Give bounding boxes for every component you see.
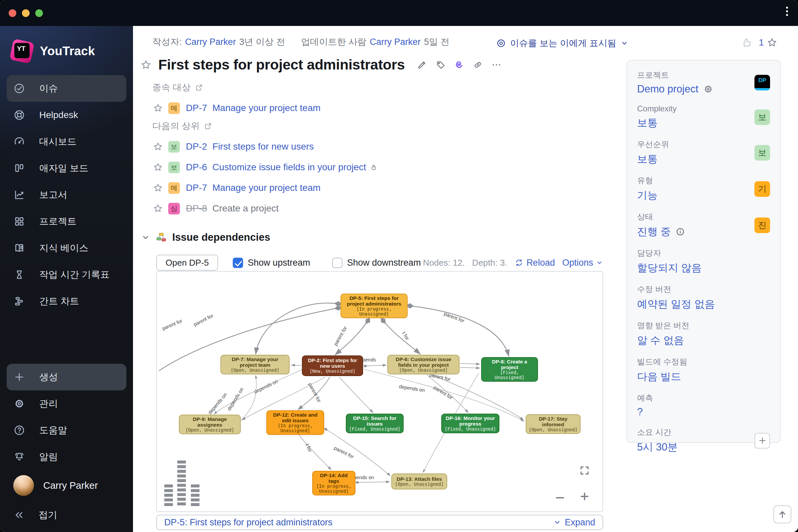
- star-icon[interactable]: [152, 182, 164, 193]
- sidebar-collapse-button[interactable]: 접기: [7, 501, 126, 529]
- sidebar-item-create[interactable]: 생성: [7, 364, 126, 391]
- collapse-label: 접기: [39, 509, 57, 521]
- sidebar-item-projects[interactable]: 프로젝트: [7, 208, 126, 235]
- minimap-bar: [177, 484, 186, 487]
- sidebar-item-issues[interactable]: 이슈: [7, 75, 126, 102]
- zoom-in-icon[interactable]: [578, 491, 590, 504]
- tag-icon[interactable]: [435, 59, 446, 71]
- field-affected-versions: 영향 받은 버전알 수 없음: [637, 320, 770, 347]
- minimap-bar: [191, 503, 200, 506]
- plus-icon: [13, 371, 25, 383]
- ai-assistant-icon[interactable]: [454, 59, 465, 71]
- graph-node-DP-16[interactable]: DP-16: Monitor your progress[Fixed, Unas…: [441, 414, 499, 433]
- sidebar-item-helpdesk[interactable]: Helpdesk: [7, 102, 126, 128]
- sidebar-item-help[interactable]: 도움말: [7, 417, 126, 443]
- star-icon[interactable]: [152, 203, 164, 214]
- sidebar-item-agile-boards[interactable]: 애자일 보드: [7, 155, 126, 182]
- field-label: 유형: [637, 175, 755, 186]
- link-icon[interactable]: [472, 59, 483, 71]
- expand-button[interactable]: Expand: [553, 517, 595, 528]
- show-upstream-checkbox[interactable]: Show upstream: [233, 258, 310, 268]
- reload-button[interactable]: Reload: [514, 258, 555, 268]
- thumbs-up-icon[interactable]: [741, 37, 752, 48]
- book-icon: [13, 242, 25, 254]
- field-value[interactable]: Demo project: [637, 83, 698, 95]
- updater-link[interactable]: Carry Parker: [370, 37, 421, 47]
- graph-node-DP-7[interactable]: DP-7: Manage your project team[Open, Una…: [221, 355, 290, 374]
- sidebar-item-dashboards[interactable]: 대시보드: [7, 128, 126, 155]
- issue-id-link[interactable]: DP-8: [186, 203, 207, 214]
- window-zoom-button[interactable]: [35, 9, 43, 17]
- field-value[interactable]: ?: [637, 406, 643, 418]
- dependencies-graph-canvas[interactable]: parent forparent fort forparent forparen…: [156, 271, 603, 512]
- sidebar-item-reports[interactable]: 보고서: [7, 182, 126, 208]
- external-link-icon[interactable]: [204, 122, 212, 130]
- sidebar-item-administration[interactable]: 관리: [7, 391, 126, 417]
- gantt-icon: [13, 295, 25, 307]
- graph-node-DP-5[interactable]: DP-5: First steps for project administra…: [341, 293, 407, 318]
- field-value[interactable]: 할당되지 않음: [637, 261, 702, 275]
- field-value[interactable]: 5시 30분: [637, 440, 678, 454]
- sidebar-item-notifications[interactable]: 알림: [7, 443, 126, 470]
- field-label: 소요 시간: [637, 427, 755, 438]
- issue-title-link[interactable]: Create a project: [212, 203, 279, 214]
- issue-title-link[interactable]: Customize issue fields in your project: [212, 162, 366, 173]
- open-dp5-button[interactable]: Open DP-5: [156, 255, 218, 271]
- fullscreen-icon[interactable]: [578, 464, 590, 478]
- edit-icon[interactable]: [416, 59, 428, 71]
- issue-id-link[interactable]: DP-7: [186, 103, 207, 113]
- gear-icon[interactable]: [703, 84, 714, 94]
- graph-node-DP-12[interactable]: DP-12: Create and edit issues[In progres…: [266, 410, 324, 435]
- field-value[interactable]: 진행 중: [637, 225, 671, 239]
- issue-id-link[interactable]: DP-7: [186, 183, 207, 193]
- issue-title-link[interactable]: First steps for new users: [212, 141, 314, 152]
- sidebar-footer: 생성관리도움말알림: [0, 364, 133, 470]
- sidebar-item-gantt-charts[interactable]: 간트 차트: [7, 288, 126, 315]
- issue-title-link[interactable]: Manage your project team: [212, 103, 321, 113]
- info-icon[interactable]: [676, 227, 685, 236]
- star-icon[interactable]: [152, 102, 164, 114]
- window-close-button[interactable]: [8, 9, 16, 17]
- graph-node-DP-2[interactable]: DP-2: First steps for new users[New, Una…: [302, 356, 363, 376]
- kebab-menu-icon[interactable]: [786, 7, 788, 16]
- field-value[interactable]: 예약된 일정 없음: [637, 297, 715, 311]
- collapse-section-icon[interactable]: [141, 233, 150, 242]
- visibility-dropdown[interactable]: 이슈를 보는 이에게 표시됨: [496, 37, 628, 49]
- issue-title-link[interactable]: Manage your project team: [212, 183, 321, 193]
- star-icon[interactable]: [152, 141, 164, 152]
- star-icon[interactable]: [766, 37, 778, 49]
- options-dropdown[interactable]: Options: [562, 258, 603, 268]
- dependencies-footer-bar[interactable]: DP-5: First steps for project administra…: [156, 515, 603, 530]
- add-time-button[interactable]: [755, 433, 770, 449]
- star-issue-icon[interactable]: [140, 58, 152, 71]
- issue-id-link[interactable]: DP-6: [186, 162, 207, 173]
- more-options-icon[interactable]: [491, 59, 502, 71]
- graph-node-DP-17[interactable]: DP-17: Stay informed[Open, Unassigned]: [526, 414, 581, 434]
- show-downstream-checkbox[interactable]: Show downstream: [332, 258, 421, 268]
- external-link-icon[interactable]: [195, 83, 204, 92]
- field-value[interactable]: 알 수 없음: [637, 334, 684, 347]
- graph-node-DP-8[interactable]: DP-8: Create a project[Fixed, Unassigned…: [481, 357, 538, 382]
- field-value[interactable]: 보통: [637, 152, 658, 166]
- field-value[interactable]: 다음 빌드: [637, 370, 681, 384]
- graph-node-DP-15[interactable]: DP-15: Search for issues[Fixed, Unassign…: [346, 414, 404, 433]
- youtrack-logo[interactable]: YT YouTrack: [11, 41, 133, 62]
- zoom-out-icon[interactable]: [554, 492, 566, 505]
- graph-node-DP-9[interactable]: DP-9: Manage assignees[Open, Unassigned]: [179, 415, 241, 434]
- star-icon[interactable]: [152, 162, 164, 173]
- graph-node-DP-14[interactable]: DP-14: Add tags[In progress, Unassigned]: [312, 471, 356, 495]
- scroll-to-top-button[interactable]: [773, 506, 791, 524]
- sidebar-item-timesheets[interactable]: 작업 시간 기록표: [7, 261, 126, 288]
- issue-id-link[interactable]: DP-2: [186, 141, 207, 152]
- author-link[interactable]: Carry Parker: [185, 37, 236, 47]
- field-value[interactable]: 기능: [637, 189, 658, 203]
- graph-node-DP-13[interactable]: DP-13: Attach files[Open, Unassigned]: [391, 474, 447, 490]
- field-priority: 우선순위보통보: [637, 139, 770, 166]
- user-menu[interactable]: Carry Parker: [7, 470, 126, 501]
- sidebar-item-knowledge-base[interactable]: 지식 베이스: [7, 235, 126, 261]
- field-value[interactable]: 보통: [637, 116, 658, 130]
- footer-issue-link[interactable]: DP-5: First steps for project administra…: [164, 517, 332, 528]
- window-minimize-button[interactable]: [22, 9, 30, 17]
- graph-node-DP-6[interactable]: DP-6: Customize issue fields in your pro…: [387, 355, 459, 374]
- minimap-bar: [177, 502, 186, 506]
